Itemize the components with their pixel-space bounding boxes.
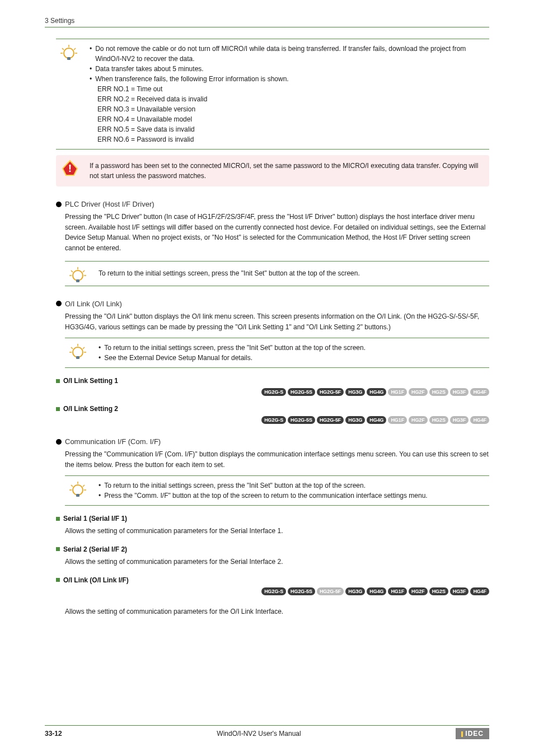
model-tags-row: HG2G-SHG2G-5SHG2G-5FHG3GHG4GHG1FHG2FHG2S…: [56, 416, 489, 424]
warning-text: If a password has been set to the connec…: [90, 161, 484, 181]
model-tag: HG3F: [450, 388, 469, 396]
model-tag: HG2S: [429, 416, 448, 424]
plc-body: Pressing the "PLC Driver" button (In cas…: [65, 212, 489, 253]
serial1-body: Allows the setting of communication para…: [65, 526, 489, 536]
lightbulb-icon: [69, 267, 86, 286]
model-tag: HG2G-S: [261, 587, 286, 595]
model-tag: HG3G: [345, 388, 365, 396]
error-code: ERR NO.1 = Time out: [97, 84, 489, 94]
page-number: 33-12: [45, 730, 62, 738]
model-tag: HG2F: [409, 416, 428, 424]
model-tag: HG2S: [429, 587, 448, 595]
model-tag: HG4F: [470, 587, 489, 595]
model-tag: HG3F: [450, 587, 469, 595]
model-tag: HG2G-S: [261, 416, 286, 424]
error-code: ERR NO.3 = Unavailable version: [97, 104, 489, 114]
error-code: ERR NO.4 = Unavailable model: [97, 114, 489, 124]
sub-oilink-setting-2: O/I Link Setting 2: [56, 405, 489, 413]
sub-oilink-setting-1: O/I Link Setting 1: [56, 377, 489, 385]
model-tag: HG2G-5S: [288, 416, 315, 424]
model-tag: HG2F: [409, 388, 428, 396]
error-code: ERR NO.2 = Received data is invalid: [97, 94, 489, 104]
lightbulb-icon: [69, 344, 86, 362]
model-tag: HG2G-5S: [288, 388, 315, 396]
note-text: To return to the initial settings screen…: [99, 266, 489, 281]
error-code: ERR NO.5 = Save data is invalid: [97, 124, 489, 134]
note-oilink: •To return to the initial settings scree…: [65, 338, 489, 368]
model-tag: HG1F: [388, 416, 407, 424]
model-tag: HG2G-5F: [317, 587, 344, 595]
note-item: •Press the "Comm. I/F" button at the top…: [99, 491, 489, 501]
footer-rule: [45, 725, 489, 726]
idec-logo: IDEC: [456, 728, 489, 739]
model-tag: HG2G-5S: [288, 587, 315, 595]
lightbulb-icon: [69, 482, 86, 500]
model-tag: HG1F: [388, 388, 407, 396]
sub-oilink-if: O/I Link (O/I Link I/F): [56, 576, 489, 584]
model-tag: HG3F: [450, 416, 469, 424]
section-plc-driver: PLC Driver (Host I/F Driver): [56, 200, 489, 208]
warning-icon: [62, 160, 78, 178]
section-comm-if: Communication I/F (Com. I/F): [56, 437, 489, 446]
model-tag: HG4F: [470, 416, 489, 424]
serial2-body: Allows the setting of communication para…: [65, 557, 489, 567]
model-tag: HG2G-S: [261, 388, 286, 396]
comm-body: Pressing the "Communication I/F (Com. I/…: [65, 449, 489, 470]
note-comm: •To return to the initial settings scree…: [65, 475, 489, 506]
model-tag: HG1F: [388, 587, 407, 595]
error-code: ERR NO.6 = Password is invalid: [97, 134, 489, 144]
note-item: •To return to the initial settings scree…: [99, 480, 489, 491]
model-tag: HG4G: [367, 388, 386, 396]
note-item: •When transference fails, the following …: [90, 74, 489, 84]
model-tag: HG2G-5F: [317, 416, 344, 424]
oilinkif-body: Allows the setting of communication para…: [65, 606, 489, 617]
model-tag: HG2G-5F: [317, 388, 344, 396]
model-tag: HG2S: [429, 388, 448, 396]
note-data-transfer: •Do not remove the cable or do not turn …: [56, 39, 489, 150]
model-tag: HG2F: [409, 587, 428, 595]
warning-password: If a password has been set to the connec…: [56, 155, 489, 186]
model-tag: HG3G: [345, 587, 365, 595]
model-tags-row: HG2G-SHG2G-5SHG2G-5FHG3GHG4GHG1FHG2FHG2S…: [56, 587, 489, 595]
sub-serial-2: Serial 2 (Serial I/F 2): [56, 545, 489, 553]
note-item: •To return to the initial settings scree…: [99, 343, 489, 353]
model-tag: HG4G: [367, 416, 386, 424]
model-tags-row: HG2G-SHG2G-5SHG2G-5FHG3GHG4GHG1FHG2FHG2S…: [56, 388, 489, 396]
oilink-body: Pressing the "O/I Link" button displays …: [65, 311, 489, 332]
model-tag: HG4F: [470, 388, 489, 396]
note-item: •Data transfer takes about 5 minutes.: [90, 64, 489, 74]
note-item: •See the External Device Setup Manual fo…: [99, 353, 489, 363]
model-tag: HG4G: [367, 587, 386, 595]
section-oi-link: O/I Link (O/I Link): [56, 300, 489, 308]
model-tag: HG3G: [345, 416, 365, 424]
lightbulb-icon: [60, 45, 77, 63]
manual-title: WindO/I-NV2 User's Manual: [62, 730, 456, 738]
sub-serial-1: Serial 1 (Serial I/F 1): [56, 515, 489, 522]
note-item: •Do not remove the cable or do not turn …: [90, 44, 489, 64]
note-plc-initset: To return to the initial settings screen…: [65, 261, 489, 286]
page-section-label: 3 Settings: [45, 17, 489, 25]
